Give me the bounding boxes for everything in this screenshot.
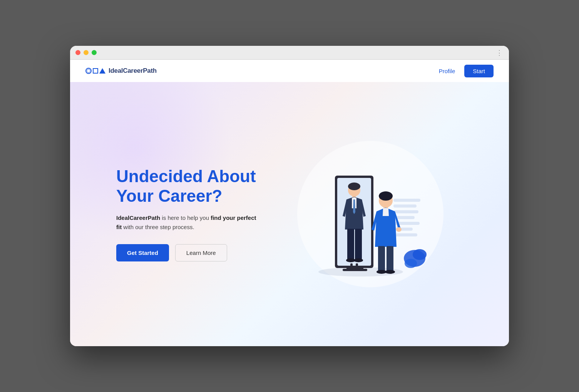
hero-title: Undecided About Your Career? bbox=[116, 167, 263, 206]
hero-buttons: Get Started Learn More bbox=[116, 244, 263, 261]
learn-more-button[interactable]: Learn More bbox=[175, 244, 227, 261]
svg-rect-0 bbox=[393, 199, 420, 202]
svg-rect-6 bbox=[393, 233, 417, 236]
hero-section: Undecided About Your Career? IdealCareer… bbox=[70, 82, 509, 346]
profile-link[interactable]: Profile bbox=[439, 68, 455, 74]
svg-rect-14 bbox=[343, 269, 367, 271]
hero-left: Undecided About Your Career? IdealCareer… bbox=[116, 167, 263, 261]
minimize-button[interactable] bbox=[84, 50, 89, 55]
maximize-button[interactable] bbox=[92, 50, 97, 55]
logo-area: IdealCareerPath bbox=[85, 67, 157, 75]
browser-content: IdealCareerPath Profile Start Undecided … bbox=[70, 60, 509, 346]
svg-point-18 bbox=[348, 183, 360, 190]
svg-rect-20 bbox=[347, 229, 354, 260]
titlebar: ⋮ bbox=[70, 46, 509, 60]
svg-point-25 bbox=[379, 191, 393, 201]
svg-rect-1 bbox=[393, 204, 417, 208]
hero-description: IdealCareerPath is here to help you find… bbox=[116, 213, 263, 232]
nav-right: Profile Start bbox=[439, 65, 494, 77]
svg-point-8 bbox=[413, 249, 427, 260]
navbar: IdealCareerPath Profile Start bbox=[70, 60, 509, 82]
svg-rect-2 bbox=[393, 210, 418, 213]
hero-illustration bbox=[301, 145, 440, 283]
svg-point-23 bbox=[354, 258, 363, 262]
brand-name: IdealCareerPath bbox=[116, 214, 160, 221]
svg-rect-16 bbox=[356, 263, 358, 270]
svg-rect-21 bbox=[355, 229, 362, 260]
logo-triangle-icon bbox=[99, 68, 105, 74]
window-controls bbox=[75, 50, 97, 55]
logo-square-icon bbox=[93, 68, 98, 74]
mac-window: ⋮ IdealCareerPath Profile Start Undeci bbox=[70, 46, 509, 346]
illustration-background bbox=[297, 141, 443, 287]
svg-rect-29 bbox=[387, 246, 393, 271]
logo-icons bbox=[85, 68, 105, 74]
svg-rect-15 bbox=[350, 263, 353, 270]
hero-right bbox=[263, 97, 478, 331]
svg-point-27 bbox=[396, 227, 402, 232]
close-button[interactable] bbox=[75, 50, 80, 55]
svg-point-31 bbox=[385, 270, 395, 274]
titlebar-dots: ⋮ bbox=[496, 49, 504, 56]
logo-text: IdealCareerPath bbox=[109, 67, 157, 75]
get-started-button[interactable]: Get Started bbox=[116, 244, 169, 261]
start-button[interactable]: Start bbox=[464, 65, 494, 77]
svg-rect-28 bbox=[378, 246, 385, 271]
svg-point-9 bbox=[405, 259, 417, 268]
logo-circle-icon bbox=[85, 68, 92, 74]
